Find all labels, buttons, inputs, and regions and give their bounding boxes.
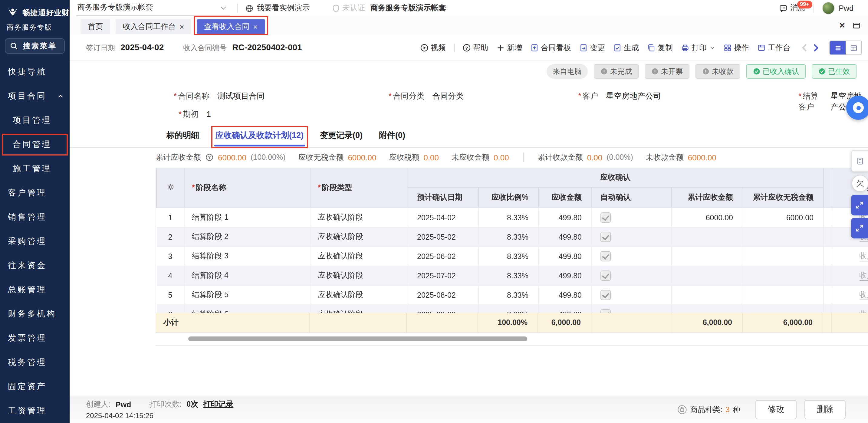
detail-tab[interactable]: 应收确认及收款计划(12) xyxy=(216,130,304,141)
warn-icon xyxy=(651,68,658,75)
sidebar-item-label: 工资管理 xyxy=(8,405,46,416)
button-label: 打印 xyxy=(691,43,707,53)
revenue-confirm-link[interactable]: 收入确认 xyxy=(859,252,868,261)
detail-tab[interactable]: 变更记录(0) xyxy=(320,130,363,141)
card-view-button[interactable] xyxy=(846,41,861,55)
sidebar-item[interactable]: 客户管理 xyxy=(0,181,70,205)
sidebar-item[interactable]: 税务管理 xyxy=(0,350,70,375)
form-field[interactable]: 合同分类合同分类 xyxy=(389,91,464,102)
sidebar-item[interactable]: 快捷导航 xyxy=(0,60,70,84)
summary-value: 6000.00 xyxy=(688,153,716,162)
table-row: 3结算阶段 3应收确认阶段2025-06-028.33%499.80收入确认 xyxy=(156,247,868,266)
board-icon xyxy=(530,43,538,52)
user-name[interactable]: Pwd xyxy=(839,4,854,12)
company-name: 商务服务专版演示帐套 xyxy=(370,3,446,13)
revenue-confirm-link[interactable]: 收入确认 xyxy=(859,310,868,313)
tab-close-icon[interactable]: × xyxy=(253,23,257,31)
gear-icon[interactable] xyxy=(166,183,175,191)
expand-panel-button[interactable] xyxy=(851,218,868,238)
sidebar-item-label: 财务多机构 xyxy=(8,308,56,320)
sidebar-item[interactable]: 固定资产 xyxy=(0,375,70,399)
workbench-button[interactable]: 工作台 xyxy=(757,43,790,53)
col-date: 预计确认日期 xyxy=(407,187,478,208)
video-button[interactable]: 视频 xyxy=(420,43,446,53)
sidebar-item[interactable]: 项目合同 xyxy=(0,84,70,108)
summary-item: 应收无税金额6000.00 xyxy=(298,152,376,162)
auto-confirm-checkbox[interactable] xyxy=(600,309,611,313)
cell-amount: 499.80 xyxy=(538,266,592,285)
revenue-confirm-link[interactable]: 收入确认 xyxy=(859,290,868,300)
messages-button[interactable]: 消息 99+ xyxy=(779,3,805,13)
subtotal-cum-amount: 6,000.00 xyxy=(671,313,742,332)
sidebar-item[interactable]: 工资管理 xyxy=(0,399,70,423)
cell-date: 2025-07-02 xyxy=(407,266,478,285)
assistant-button[interactable] xyxy=(846,96,868,120)
sidebar-item[interactable]: 合同管理 xyxy=(0,133,70,157)
sidebar-item[interactable]: 采购管理 xyxy=(0,229,70,254)
fullscreen-icon[interactable] xyxy=(852,21,861,30)
auto-confirm-checkbox[interactable] xyxy=(600,270,611,281)
cell-no: 2 xyxy=(156,227,184,247)
demo-link[interactable]: 我要看实例演示 xyxy=(245,3,310,13)
qian-badge-button[interactable]: 欠 xyxy=(851,175,868,192)
message-bubble-icon xyxy=(779,4,787,12)
tab-item[interactable]: 首页 xyxy=(81,19,110,34)
clipboard-panel-button[interactable] xyxy=(851,150,868,172)
workbench-icon xyxy=(757,43,766,52)
delete-button[interactable]: 删除 xyxy=(804,400,846,419)
print-button[interactable]: 打印 xyxy=(681,43,715,53)
form-field-value: 星空房地产公司 xyxy=(606,91,661,102)
form-field[interactable]: 客户星空房地产公司 xyxy=(578,91,661,102)
close-icon[interactable]: × xyxy=(839,21,845,30)
tab-close-icon[interactable]: × xyxy=(180,23,184,31)
avatar[interactable] xyxy=(822,2,834,14)
sidebar-item[interactable]: 财务多机构 xyxy=(0,302,70,326)
change-button[interactable]: 变更 xyxy=(579,43,605,53)
help-button[interactable]: ?帮助 xyxy=(462,43,488,53)
contract-no-value: RC-20250402-001 xyxy=(232,42,302,52)
plus-button[interactable]: 新增 xyxy=(496,43,522,53)
search-input[interactable] xyxy=(22,41,64,51)
sidebar-item[interactable]: 往来资金 xyxy=(0,254,70,278)
account-set-dropdown[interactable]: 商务服务专版演示帐套 xyxy=(76,1,230,16)
modify-button[interactable]: 修改 xyxy=(755,400,797,419)
detail-tab[interactable]: 标的明细 xyxy=(166,130,199,141)
auto-confirm-checkbox[interactable] xyxy=(600,251,611,261)
cell-cum xyxy=(672,305,743,313)
cell-cumnotax xyxy=(743,285,824,305)
button-label: 操作 xyxy=(734,43,749,53)
form-field[interactable]: 合同名称测试项目合同 xyxy=(174,91,265,102)
sidebar-nav: 快捷导航项目合同项目管理合同管理施工管理客户管理销售管理采购管理往来资金总账管理… xyxy=(0,60,70,423)
generate-button[interactable]: 生成 xyxy=(613,43,639,53)
auto-confirm-checkbox[interactable] xyxy=(600,232,611,242)
sidebar-item[interactable]: 施工管理 xyxy=(0,157,70,181)
sidebar-item-label: 销售管理 xyxy=(8,212,46,223)
cell-no: 6 xyxy=(156,305,184,313)
revenue-confirm-link[interactable]: 收入确认 xyxy=(859,271,868,281)
auto-confirm-checkbox[interactable] xyxy=(600,290,611,300)
detail-tab[interactable]: 附件(0) xyxy=(379,130,405,141)
page-prev-icon[interactable] xyxy=(800,43,809,52)
tab-item[interactable]: 收入合同工作台× xyxy=(116,19,191,34)
expand-panel-button[interactable] xyxy=(851,195,868,216)
print-log-link[interactable]: 打印记录 xyxy=(203,399,234,410)
page-next-icon[interactable] xyxy=(812,43,820,52)
list-view-button[interactable] xyxy=(830,41,846,55)
horizontal-scrollbar[interactable] xyxy=(188,336,527,341)
button-label: 变更 xyxy=(590,43,605,53)
tab-active[interactable]: 查看收入合同× xyxy=(197,19,265,34)
col-auto-confirm: 自动确认 xyxy=(592,187,672,208)
toolbar-buttons: 视频?帮助新增合同看板变更生成复制打印操作工作台 xyxy=(420,40,862,55)
sidebar-item[interactable]: 项目管理 xyxy=(0,108,70,133)
sidebar-item[interactable]: 发票管理 xyxy=(0,326,70,350)
sidebar-item[interactable]: 总账管理 xyxy=(0,278,70,302)
table-row: 1结算阶段 1应收确认阶段2025-04-028.33%499.806000.0… xyxy=(156,208,868,227)
sidebar-item[interactable]: 销售管理 xyxy=(0,205,70,229)
sidebar-item-label: 合同管理 xyxy=(13,139,52,150)
sidebar-item-label: 项目管理 xyxy=(13,115,52,126)
menu-search[interactable] xyxy=(5,38,65,54)
board-button[interactable]: 合同看板 xyxy=(530,43,571,53)
grid-button[interactable]: 操作 xyxy=(723,43,749,53)
auto-confirm-checkbox[interactable] xyxy=(600,213,611,223)
copy-button[interactable]: 复制 xyxy=(647,43,673,53)
